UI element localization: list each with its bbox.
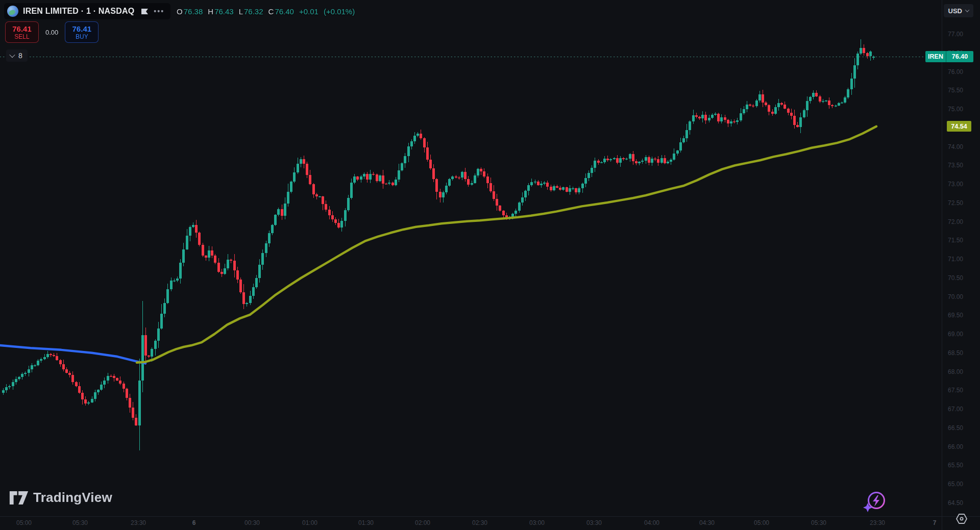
legend-collapse-count: 8 [18, 52, 22, 60]
time-axis-label: 01:00 [302, 519, 317, 526]
price-axis-label: 76.00 [948, 68, 963, 76]
open-value: 76.38 [184, 7, 203, 16]
legend-collapse-button[interactable]: 8 [6, 49, 28, 62]
time-axis-label: 02:30 [472, 519, 487, 526]
price-axis-label: 64.50 [948, 499, 963, 507]
price-axis-label: 68.50 [948, 349, 963, 357]
time-axis-label: 02:00 [415, 519, 430, 526]
time-axis-label: 05:00 [754, 519, 769, 526]
time-axis-label: 7 [933, 519, 937, 526]
price-axis-label: 66.00 [948, 443, 963, 451]
price-axis[interactable]: 77.0076.5076.0075.5075.0074.5074.0073.50… [942, 0, 980, 516]
buy-label: BUY [76, 33, 88, 40]
low-value: 76.32 [244, 7, 263, 16]
chevron-down-icon [9, 52, 15, 58]
current-price-tag: IREN 76.40 [925, 51, 973, 62]
price-axis-label: 68.00 [948, 368, 963, 376]
symbol-title[interactable]: IREN LIMITED · 1 · NASDAQ [23, 7, 134, 16]
price-axis-label: 70.50 [948, 274, 963, 282]
spread-value: 0.00 [45, 29, 58, 36]
price-axis-label: 71.50 [948, 236, 963, 244]
high-label: H [208, 7, 213, 16]
price-axis-label: 75.50 [948, 86, 963, 94]
scales-settings-icon[interactable] [955, 512, 968, 527]
tradingview-chart-window: 77.0076.5076.0075.5075.0074.5074.0073.50… [0, 0, 980, 530]
price-axis-label: 75.00 [948, 105, 963, 113]
price-axis-label: 67.50 [948, 386, 963, 394]
sell-button[interactable]: 76.41 SELL [5, 21, 39, 43]
high-value: 76.43 [214, 7, 234, 16]
price-axis-label: 73.00 [948, 180, 963, 188]
time-axis[interactable]: 05:0005:3023:30600:3001:0001:3002:0002:3… [0, 516, 942, 530]
tradingview-logo[interactable]: TradingView [9, 490, 112, 506]
candlestick-chart-canvas[interactable] [0, 0, 942, 516]
price-axis-label: 73.50 [948, 161, 963, 169]
chevron-down-icon [965, 8, 969, 12]
change-percent: (+0.01%) [324, 7, 355, 16]
trade-panel: 76.41 SELL 0.00 76.41 BUY [5, 21, 99, 43]
sell-price: 76.41 [12, 24, 32, 33]
time-axis-label: 03:00 [529, 519, 545, 526]
currency-label: USD [948, 7, 962, 15]
price-axis-label: 72.00 [948, 218, 963, 226]
price-axis-label: 66.50 [948, 424, 963, 432]
price-axis-label: 69.50 [948, 311, 963, 319]
buy-price: 76.41 [72, 24, 92, 33]
tradingview-logo-text: TradingView [33, 490, 112, 506]
lightning-sparkle-icon[interactable] [862, 489, 889, 518]
price-axis-label: 65.00 [948, 480, 963, 488]
time-axis-label: 05:30 [72, 519, 88, 526]
time-axis-label: 00:30 [244, 519, 260, 526]
price-axis-label: 72.50 [948, 199, 963, 207]
ohlc-readout: O76.38 H76.43 L76.32 C76.40 +0.01 (+0.01… [177, 7, 355, 16]
close-label: C [268, 7, 274, 16]
low-label: L [239, 7, 243, 16]
symbol-legend-pill: IREN LIMITED · 1 · NASDAQ ••• [4, 3, 170, 19]
ma-price-tag: 74.54 [947, 121, 971, 132]
time-axis-label: 04:00 [644, 519, 659, 526]
time-axis-label: 05:30 [811, 519, 826, 526]
currency-button[interactable]: USD [944, 4, 973, 17]
open-label: O [177, 7, 183, 16]
symbol-logo-icon [7, 6, 18, 17]
chart-pane[interactable] [0, 0, 942, 516]
flag-icon[interactable] [141, 8, 149, 15]
current-price-tag-value: 76.40 [946, 51, 973, 62]
price-axis-label: 69.00 [948, 330, 963, 338]
price-axis-label: 67.00 [948, 405, 963, 413]
time-axis-label: 05:00 [16, 519, 32, 526]
more-options-button[interactable]: ••• [154, 9, 164, 14]
time-axis-label: 01:30 [358, 519, 374, 526]
price-axis-label: 65.50 [948, 461, 963, 469]
time-axis-label: 6 [192, 519, 196, 526]
close-value: 76.40 [275, 7, 294, 16]
time-axis-label: 04:30 [699, 519, 715, 526]
change-value: +0.01 [299, 7, 318, 16]
symbol-legend: IREN LIMITED · 1 · NASDAQ ••• O76.38 H76… [4, 3, 355, 19]
current-price-tag-symbol: IREN [925, 51, 946, 62]
time-axis-label: 03:30 [586, 519, 602, 526]
time-axis-label: 23:30 [131, 519, 146, 526]
buy-button[interactable]: 76.41 BUY [65, 21, 99, 43]
price-axis-label: 77.00 [948, 30, 963, 38]
sell-label: SELL [14, 33, 29, 40]
price-axis-label: 71.00 [948, 255, 963, 263]
price-axis-label: 70.00 [948, 293, 963, 301]
tradingview-logo-icon [9, 490, 29, 506]
price-axis-label: 74.00 [948, 143, 963, 151]
time-axis-label: 23:30 [870, 519, 885, 526]
